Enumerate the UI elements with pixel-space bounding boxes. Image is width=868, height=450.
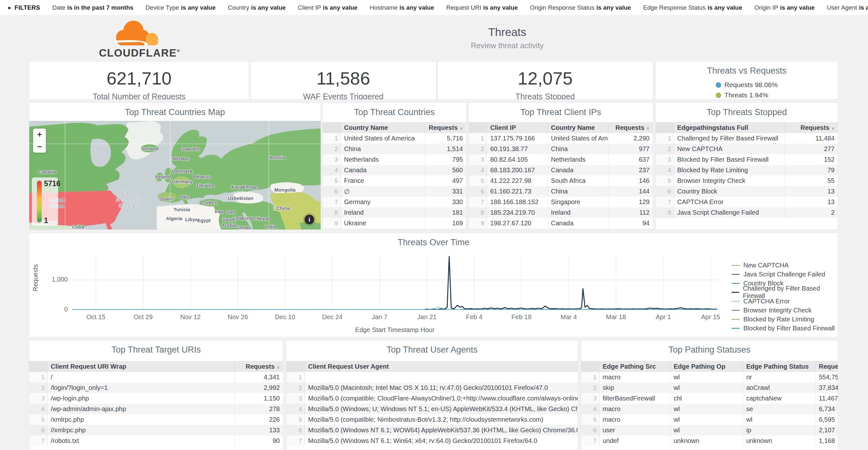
- table-row[interactable]: 1137.175.79.166United States of America2…: [469, 133, 653, 144]
- table-row[interactable]: 7188.166.188.152Singapore129: [469, 197, 653, 207]
- table-cell[interactable]: 13: [785, 186, 838, 197]
- table-row[interactable]: 8Ireland181: [322, 207, 466, 218]
- table-cell[interactable]: United States of America: [548, 133, 609, 144]
- table-cell[interactable]: Blocked by Filter Based Firewall: [674, 154, 785, 165]
- threats-over-time-chart[interactable]: [72, 255, 717, 310]
- table-cell[interactable]: filterBasedFirewall: [599, 393, 671, 404]
- table-cell[interactable]: undef: [599, 436, 671, 446]
- table-row[interactable]: 5Browser Integrity Check55: [656, 176, 838, 186]
- table-cell[interactable]: chl: [671, 393, 743, 404]
- table-cell[interactable]: /: [48, 372, 235, 383]
- table-row[interactable]: 7Germany330: [322, 197, 466, 207]
- table-cell[interactable]: 13: [785, 197, 838, 207]
- column-header[interactable]: Requests∨: [425, 122, 466, 133]
- table-row[interactable]: 6Mozilla/5.0 (Windows NT 6.1; WOW64) App…: [286, 425, 578, 436]
- table-cell[interactable]: 6,734: [816, 404, 838, 414]
- table-cell[interactable]: Canada: [548, 218, 609, 229]
- table-row[interactable]: 1United States of America5,716: [322, 133, 466, 144]
- map-canvas[interactable]: [29, 121, 320, 230]
- table-cell[interactable]: wl: [671, 383, 743, 393]
- filter-item[interactable]: Origin Response Statusis any value: [530, 4, 631, 11]
- table-row[interactable]: 3/wp-login.php1,150: [29, 393, 283, 404]
- table-row[interactable]: 5France497: [322, 176, 466, 186]
- table-cell[interactable]: CAPTCHA Error: [674, 197, 785, 207]
- table-cell[interactable]: Ireland: [548, 207, 609, 218]
- table-row[interactable]: 4macrowlse6,734: [581, 404, 838, 414]
- table-row[interactable]: 9198.27.67.120Canada94: [469, 218, 653, 229]
- table-cell[interactable]: Mozilla/5.0 (Macintosh; Intel Mac OS X 1…: [305, 383, 578, 393]
- map-zoom-in-button[interactable]: +: [33, 128, 46, 141]
- table-cell[interactable]: 41.222.227.98: [487, 176, 548, 186]
- table-row[interactable]: 4Blocked by Rate Limiting79: [656, 165, 838, 176]
- table-cell[interactable]: 129: [609, 197, 653, 207]
- table-cell[interactable]: 1,150: [235, 393, 283, 404]
- world-map[interactable]: CanadaUnitedStatesMexicoCubaNorthAtlanti…: [29, 121, 320, 230]
- table-cell[interactable]: China: [341, 144, 425, 154]
- table-cell[interactable]: 5,716: [425, 133, 466, 144]
- table-cell[interactable]: China: [548, 229, 609, 230]
- column-header[interactable]: Edge Pathing Status: [743, 361, 816, 372]
- table-row[interactable]: 7Mozilla/5.0 (Windows NT 6.1; Win64; x64…: [286, 436, 578, 446]
- table-row[interactable]: 1macrowlnr554,758: [581, 372, 838, 383]
- table-cell[interactable]: Blocked by Rate Limiting: [674, 165, 785, 176]
- table-cell[interactable]: /wp-admin/admin-ajax.php: [48, 404, 235, 414]
- table-cell[interactable]: China: [548, 144, 609, 154]
- table-cell[interactable]: macro: [599, 372, 671, 383]
- table-cell[interactable]: Ireland: [341, 207, 425, 218]
- table-cell[interactable]: 2,107: [816, 425, 838, 436]
- table-cell[interactable]: 61.160.247.137: [487, 229, 548, 230]
- table-cell[interactable]: 1,168: [816, 436, 838, 446]
- table-row[interactable]: 6Country Block13: [656, 186, 838, 197]
- table-cell[interactable]: France: [341, 176, 425, 186]
- table-cell[interactable]: 79: [785, 165, 838, 176]
- table-cell[interactable]: 137.175.79.166: [487, 133, 548, 144]
- table-cell[interactable]: se: [743, 404, 816, 414]
- table-cell[interactable]: Java Script Challenge Failed: [674, 207, 785, 218]
- table-cell[interactable]: wl: [743, 414, 816, 425]
- table-cell[interactable]: 37,834: [816, 383, 838, 393]
- table-row[interactable]: 1Challenged by Filter Based Firewall11,4…: [656, 133, 838, 144]
- column-header[interactable]: Edge Pathing Op: [671, 361, 743, 372]
- column-header[interactable]: Requests∨: [785, 122, 838, 133]
- table-cell[interactable]: United States of America: [341, 133, 425, 144]
- table-cell[interactable]: unknown: [743, 436, 816, 446]
- table-cell[interactable]: 88: [609, 229, 653, 230]
- table-row[interactable]: 2Mozilla/5.0 (Macintosh; Intel Mac OS X …: [286, 383, 578, 393]
- table-cell[interactable]: China: [548, 186, 609, 197]
- table-cell[interactable]: macro: [599, 414, 671, 425]
- table-cell[interactable]: 331: [425, 186, 466, 197]
- table-cell[interactable]: 144: [609, 186, 653, 197]
- table-row[interactable]: 7CAPTCHA Error13: [656, 197, 838, 207]
- table-row[interactable]: 8185.234.219.70Ireland112: [469, 207, 653, 218]
- column-header[interactable]: Client Request URI Wrap: [48, 361, 235, 372]
- table-cell[interactable]: wl: [671, 404, 743, 414]
- filter-item[interactable]: Hostnameis any value: [370, 4, 434, 11]
- filter-item[interactable]: Origin IPis any value: [754, 4, 815, 11]
- filter-item[interactable]: User Agentis any value: [827, 4, 868, 11]
- table-row[interactable]: 6userwlip2,107: [581, 425, 838, 436]
- table-row[interactable]: 2/login/?login_only=12,992: [29, 383, 283, 393]
- table-cell[interactable]: 152: [785, 154, 838, 165]
- table-cell[interactable]: Country Block: [674, 186, 785, 197]
- table-cell[interactable]: 1,514: [425, 144, 466, 154]
- table-row[interactable]: 5Mozilla/5.0 (compatible; Nimbostratus-B…: [286, 414, 578, 425]
- table-row[interactable]: 5/xmlrpc.php226: [29, 414, 283, 425]
- table-row[interactable]: 8Java Script Challenge Failed2: [656, 207, 838, 218]
- table-cell[interactable]: 554,758: [816, 372, 838, 383]
- filter-item[interactable]: Request URIis any value: [446, 4, 518, 11]
- filter-item[interactable]: Edge Response Statusis any value: [643, 4, 742, 11]
- table-cell[interactable]: 80.82.64.105: [487, 154, 548, 165]
- table-cell[interactable]: wl: [671, 414, 743, 425]
- table-row[interactable]: 3filterBasedFirewallchlcaptchaNew11,467: [581, 393, 838, 404]
- table-cell[interactable]: 497: [425, 176, 466, 186]
- filter-item[interactable]: Client IPis any value: [298, 4, 358, 11]
- sort-icon[interactable]: ∨: [646, 126, 650, 131]
- table-cell[interactable]: ip: [743, 425, 816, 436]
- table-cell[interactable]: aoCrawl: [743, 383, 816, 393]
- table-row[interactable]: 4/wp-admin/admin-ajax.php278: [29, 404, 283, 414]
- table-row[interactable]: 3Mozilla/5.0 (compatible; CloudFlare-Alw…: [286, 393, 578, 404]
- table-cell[interactable]: nr: [743, 372, 816, 383]
- table-cell[interactable]: 2: [785, 207, 838, 218]
- sort-icon[interactable]: ∨: [460, 126, 463, 131]
- column-header[interactable]: Edgepathingstatus Full: [674, 122, 785, 133]
